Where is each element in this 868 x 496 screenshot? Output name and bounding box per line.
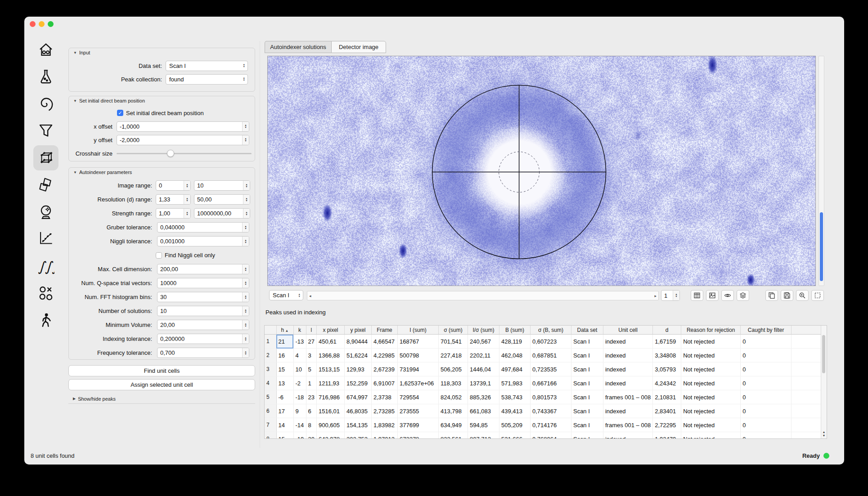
table-cell[interactable]: 273555 — [397, 404, 438, 418]
show-peaks-button[interactable] — [721, 290, 734, 301]
input-section-header[interactable]: ▼ Input — [73, 50, 90, 55]
table-cell[interactable]: 15 — [276, 362, 293, 376]
table-cell[interactable]: 15 — [276, 432, 293, 439]
stepper[interactable]: ▲▼ — [242, 264, 249, 274]
column-header[interactable]: σ (sum) — [438, 326, 468, 335]
scrollbar-thumb[interactable] — [820, 212, 823, 281]
table-cell[interactable]: 497,684 — [499, 362, 530, 376]
table-cell[interactable]: 3,05793 — [653, 362, 681, 376]
table-cell[interactable]: 27 — [306, 335, 316, 349]
showhide-peaks-section[interactable]: ▶ Show/hide peaks — [68, 394, 255, 404]
table-cell[interactable]: Scan I — [571, 349, 603, 362]
zoom-button[interactable] — [796, 290, 809, 301]
table-cell[interactable]: 0 — [741, 418, 792, 432]
layers-button[interactable] — [737, 290, 749, 301]
beam-section-header[interactable]: ▼ Set initial direct beam position — [73, 98, 145, 103]
table-cell[interactable]: 1,93479 — [653, 432, 681, 439]
scrollbar-thumb[interactable] — [822, 335, 825, 373]
stepper[interactable]: ▲▼ — [242, 135, 249, 145]
table-cell[interactable]: 674,997 — [344, 390, 371, 404]
table-cell[interactable]: 4,22985 — [371, 349, 397, 362]
autoindexer-section-header[interactable]: ▼ Autoindexer parameters — [73, 170, 132, 175]
stepper[interactable]: ▲▼ — [242, 334, 249, 344]
param-input[interactable]: 10▲▼ — [157, 306, 249, 316]
stepper[interactable]: ▲▼ — [242, 237, 249, 246]
table-scrollbar[interactable]: ▲▼ — [821, 326, 827, 438]
disclosure-open-icon[interactable]: ▼ — [73, 51, 77, 55]
table-cell[interactable]: 1366,88 — [316, 349, 344, 362]
table-cell[interactable]: 23 — [306, 390, 316, 404]
param-input[interactable]: 0,040000▲▼ — [157, 222, 249, 232]
table-cell[interactable]: -13 — [293, 335, 306, 349]
table-cell[interactable]: 0,607223 — [530, 335, 571, 349]
table-cell[interactable]: Scan I — [571, 390, 603, 404]
param-input[interactable]: 10000000,00▲▼ — [194, 208, 250, 219]
table-cell[interactable]: Scan I — [571, 418, 603, 432]
table-row[interactable]: 413-211211,93152,2596,910071,62537e+0611… — [265, 376, 823, 390]
sidebar-item-filter-peaks[interactable] — [36, 121, 56, 140]
peak-table-view-button[interactable] — [691, 290, 703, 301]
table-cell[interactable]: 521,666 — [499, 432, 530, 439]
crosshair-size-slider[interactable] — [117, 150, 252, 157]
param-input[interactable]: 30▲▼ — [157, 292, 249, 302]
table-cell[interactable]: 3 — [306, 349, 316, 362]
column-header[interactable]: h ▲ — [276, 326, 293, 335]
stepper[interactable]: ▲▼ — [242, 223, 249, 232]
table-cell[interactable]: 2,10831 — [653, 390, 681, 404]
table-cell[interactable]: Not rejected — [681, 418, 741, 432]
table-cell[interactable]: 0 — [741, 335, 792, 349]
detector-image[interactable] — [268, 56, 815, 286]
table-row[interactable]: 815-1920643,978202,7531,97013673278833,5… — [265, 432, 823, 439]
table-cell[interactable]: 701,541 — [438, 335, 468, 349]
table-row[interactable]: 3151051513,15129,932,67239731994506,2051… — [265, 362, 823, 376]
table-cell[interactable]: 673278 — [397, 432, 438, 439]
find-unit-cells-button[interactable]: Find unit cells — [68, 365, 255, 376]
table-cell[interactable]: 1 — [306, 376, 316, 390]
table-cell[interactable]: frames 001 – 008 — [603, 390, 652, 404]
table-cell[interactable]: 377699 — [397, 418, 438, 432]
scrollbar-arrows[interactable]: ▲▼ — [821, 430, 827, 438]
column-header[interactable]: Frame — [371, 326, 397, 335]
table-cell[interactable]: Not rejected — [681, 349, 741, 362]
table-cell[interactable]: 1516,01 — [316, 404, 344, 418]
column-header[interactable]: Unit cell — [603, 326, 652, 335]
stepper[interactable]: ▲▼ — [242, 122, 249, 131]
table-cell[interactable]: 154,135 — [344, 418, 371, 432]
table-cell[interactable]: -19 — [293, 432, 306, 439]
data-set-select[interactable]: Scan I ▲▼ — [166, 61, 248, 71]
table-cell[interactable]: 168767 — [397, 335, 438, 349]
find-niggli-cell-checkbox[interactable] — [156, 252, 162, 259]
table-cell[interactable]: 506,205 — [438, 362, 468, 376]
peak-collection-select[interactable]: found ▲▼ — [166, 74, 248, 85]
sidebar-item-predict[interactable] — [36, 202, 56, 222]
table-cell[interactable]: 13 — [276, 376, 293, 390]
set-beam-position-checkbox[interactable]: ✓ — [117, 110, 123, 116]
table-cell[interactable]: 6 — [306, 404, 316, 418]
table-cell[interactable]: -14 — [293, 418, 306, 432]
y-offset-input[interactable]: -2,0000 ▲▼ — [117, 135, 249, 145]
param-input[interactable]: 200,00▲▼ — [157, 264, 249, 274]
tab-autoindexer-solutions[interactable]: Autoindexer solutions — [265, 41, 331, 53]
stepper[interactable]: ▲▼ — [242, 320, 249, 330]
column-header[interactable]: y pixel — [344, 326, 371, 335]
param-input[interactable]: 10▲▼ — [194, 180, 250, 191]
copy-button[interactable] — [765, 290, 778, 301]
table-cell[interactable]: indexed — [603, 362, 652, 376]
table-cell[interactable]: 2,83401 — [653, 404, 681, 418]
table-row[interactable]: 714-148900,605154,1351,83982377699634,94… — [265, 418, 823, 432]
column-header[interactable]: Caught by filter — [741, 326, 792, 335]
detector-vertical-scrollbar[interactable] — [819, 56, 824, 286]
table-cell[interactable]: 500798 — [397, 349, 438, 362]
table-cell[interactable]: 4,66547 — [371, 335, 397, 349]
table-cell[interactable]: Not rejected — [681, 376, 741, 390]
column-header[interactable]: I/σ (sum) — [468, 326, 499, 335]
table-cell[interactable]: 716,986 — [316, 390, 344, 404]
assign-unit-cell-button[interactable]: Assign selected unit cell — [68, 379, 255, 390]
column-header[interactable]: I (sum) — [397, 326, 438, 335]
table-cell[interactable]: Not rejected — [681, 335, 741, 349]
param-input[interactable]: 20,00▲▼ — [157, 320, 249, 330]
table-cell[interactable]: 1513,15 — [316, 362, 344, 376]
table-cell[interactable]: indexed — [603, 432, 652, 439]
sidebar-item-index[interactable] — [36, 148, 56, 168]
table-cell[interactable]: -2 — [293, 376, 306, 390]
